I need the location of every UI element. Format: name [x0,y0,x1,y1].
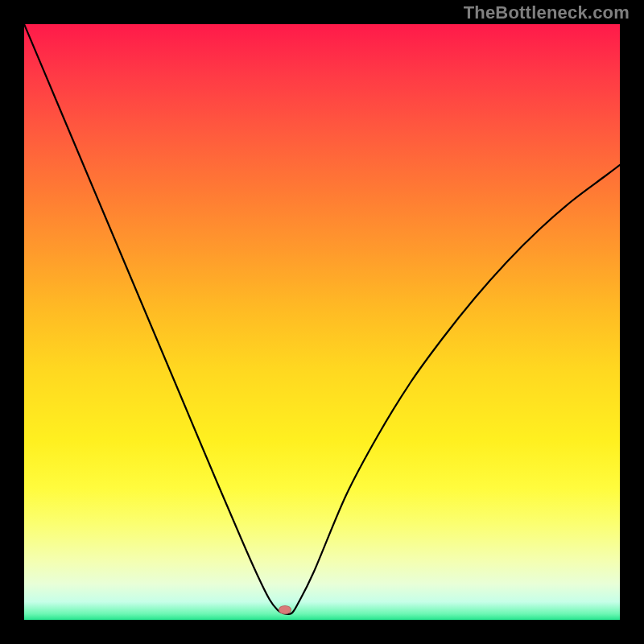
bottleneck-curve [24,24,620,620]
optimal-point-marker [279,605,291,614]
watermark-text: TheBottleneck.com [464,2,630,23]
plot-area [24,24,620,620]
curve-path [24,24,620,614]
chart-frame: TheBottleneck.com [0,0,644,644]
